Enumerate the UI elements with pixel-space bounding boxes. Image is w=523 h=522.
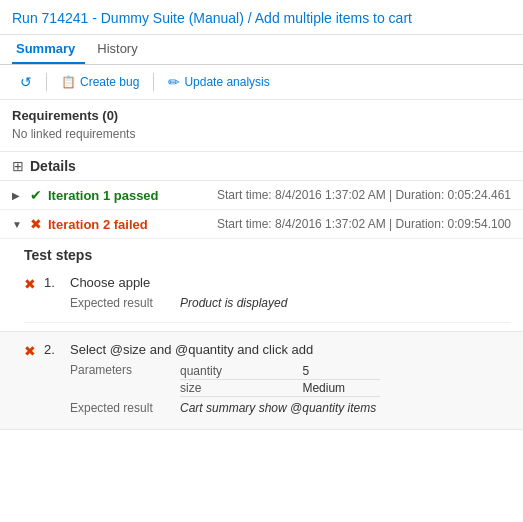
iteration-2-status-icon: ✖ — [30, 216, 42, 232]
test-steps-title: Test steps — [24, 247, 511, 263]
step-2-content: Select @size and @quantity and click add… — [70, 342, 511, 419]
pencil-icon: ✏ — [168, 74, 180, 90]
details-header: ⊞ Details — [0, 151, 523, 181]
iteration-2-meta: Start time: 8/4/2016 1:37:02 AM | Durati… — [217, 217, 511, 231]
step-2-expected-label: Expected result — [70, 401, 180, 415]
step-1-expected-row: Expected result Product is displayed — [70, 296, 511, 310]
param-size-row: size Medium — [180, 380, 380, 397]
step-1-row: ✖ 1. Choose apple Expected result Produc… — [24, 271, 511, 323]
requirements-empty: No linked requirements — [12, 127, 511, 141]
param-quantity-name: quantity — [180, 363, 302, 380]
step-2-error-icon: ✖ — [24, 343, 36, 359]
iteration-1-status-icon: ✔ — [30, 187, 42, 203]
iteration-2-row[interactable]: ▼ ✖ Iteration 2 failed Start time: 8/4/2… — [0, 210, 523, 239]
step-2-section: ✖ 2. Select @size and @quantity and clic… — [0, 331, 523, 430]
tabs-bar: Summary History — [0, 35, 523, 65]
step-2-number: 2. — [44, 342, 62, 357]
param-quantity-row: quantity 5 — [180, 363, 380, 380]
toolbar: ↺ 📋 Create bug ✏ Update analysis — [0, 65, 523, 100]
tab-history[interactable]: History — [93, 35, 147, 64]
iteration-1-chevron: ▶ — [12, 190, 26, 201]
step-1-number: 1. — [44, 275, 62, 290]
step-2-params-label: Parameters — [70, 363, 180, 377]
step-2-expected-value: Cart summary show @quantity items — [180, 401, 511, 415]
param-quantity-value: 5 — [302, 363, 380, 380]
step-2-expected-row: Expected result Cart summary show @quant… — [70, 401, 511, 415]
step-2-row: ✖ 2. Select @size and @quantity and clic… — [24, 338, 511, 419]
bug-icon: 📋 — [61, 75, 76, 89]
tab-summary[interactable]: Summary — [12, 35, 85, 64]
refresh-button[interactable]: ↺ — [12, 71, 40, 93]
update-analysis-button[interactable]: ✏ Update analysis — [160, 71, 277, 93]
test-steps-section: Test steps ✖ 1. Choose apple Expected re… — [0, 239, 523, 331]
requirements-section: Requirements (0) No linked requirements — [0, 100, 523, 151]
step-1-error-icon: ✖ — [24, 276, 36, 292]
iteration-2-chevron: ▼ — [12, 219, 26, 230]
step-1-expected-label: Expected result — [70, 296, 180, 310]
refresh-icon: ↺ — [20, 74, 32, 90]
toolbar-divider-2 — [153, 73, 154, 91]
param-size-name: size — [180, 380, 302, 397]
iteration-1-label: Iteration 1 passed — [48, 188, 217, 203]
iteration-1-meta: Start time: 8/4/2016 1:37:02 AM | Durati… — [217, 188, 511, 202]
step-2-params-table: quantity 5 size Medium — [180, 363, 380, 397]
step-1-expected-value: Product is displayed — [180, 296, 511, 310]
details-title: Details — [30, 158, 76, 174]
step-1-action: Choose apple — [70, 275, 511, 290]
step-1-content: Choose apple Expected result Product is … — [70, 275, 511, 314]
create-bug-button[interactable]: 📋 Create bug — [53, 72, 147, 92]
expand-box-icon: ⊞ — [12, 158, 24, 174]
iteration-2-label: Iteration 2 failed — [48, 217, 217, 232]
step-2-action: Select @size and @quantity and click add — [70, 342, 511, 357]
param-size-value: Medium — [302, 380, 380, 397]
toolbar-divider — [46, 73, 47, 91]
step-2-params-row: Parameters quantity 5 size Medium — [70, 363, 511, 397]
requirements-title: Requirements (0) — [12, 108, 511, 123]
iteration-1-row[interactable]: ▶ ✔ Iteration 1 passed Start time: 8/4/2… — [0, 181, 523, 210]
page-title: Run 714241 - Dummy Suite (Manual) / Add … — [0, 0, 523, 35]
